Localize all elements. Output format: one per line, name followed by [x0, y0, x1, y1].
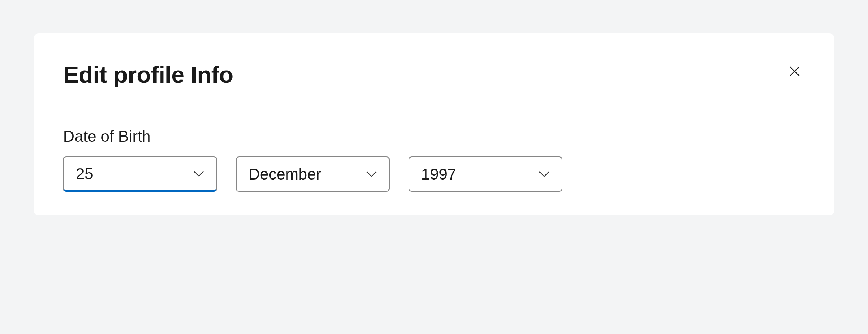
chevron-down-icon — [364, 167, 379, 181]
date-of-birth-field: Date of Birth 25 December — [63, 128, 805, 192]
field-label: Date of Birth — [63, 128, 805, 145]
dialog-title: Edit profile Info — [63, 61, 233, 88]
day-dropdown[interactable]: 25 — [63, 156, 217, 192]
dialog-header: Edit profile Info — [63, 61, 805, 88]
close-icon — [788, 64, 802, 78]
day-value: 25 — [76, 165, 93, 183]
year-value: 1997 — [421, 165, 456, 183]
month-dropdown[interactable]: December — [236, 156, 390, 192]
chevron-down-icon — [192, 167, 206, 181]
year-dropdown[interactable]: 1997 — [409, 156, 562, 192]
chevron-down-icon — [537, 167, 551, 181]
close-button[interactable] — [784, 61, 805, 82]
edit-profile-dialog: Edit profile Info Date of Birth 25 D — [34, 33, 834, 215]
dropdown-row: 25 December 1997 — [63, 156, 805, 192]
month-value: December — [248, 165, 321, 183]
